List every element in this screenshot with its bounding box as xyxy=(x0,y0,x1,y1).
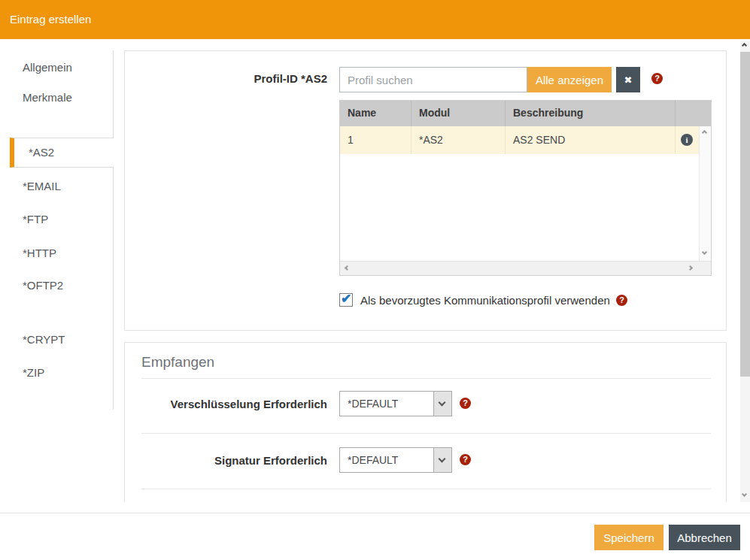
profile-search-input[interactable] xyxy=(339,67,527,92)
field-divider xyxy=(141,433,711,434)
sidebar-item-zip[interactable]: *ZIP xyxy=(0,358,113,388)
profile-panel: Profil-ID *AS2 Alle anzeigen ✖ ? Name Mo… xyxy=(124,50,727,331)
sidebar-item-crypt[interactable]: *CRYPT xyxy=(0,325,113,355)
cell-info: i xyxy=(676,126,699,154)
profile-table: Name Modul Beschreibung 1 *AS2 AS2 SEND … xyxy=(339,100,712,276)
scroll-right-icon[interactable] xyxy=(688,265,693,271)
encryption-required-select[interactable]: *DEFAULT xyxy=(339,391,452,416)
clear-selection-button[interactable]: ✖ xyxy=(616,67,640,92)
cell-beschreibung: AS2 SEND xyxy=(506,126,676,154)
sidebar-item-ftp[interactable]: *FTP xyxy=(0,204,113,235)
dialog-title: Eintrag erstellen xyxy=(10,0,91,39)
encryption-required-value: *DEFAULT xyxy=(348,392,398,416)
save-button[interactable]: Speichern xyxy=(594,525,663,550)
column-header-beschreibung: Beschreibung xyxy=(506,101,676,126)
column-header-info xyxy=(676,101,700,126)
sidebar-divider-bottom xyxy=(113,168,114,410)
select-arrow xyxy=(433,392,451,416)
signature-help-icon[interactable]: ? xyxy=(460,454,471,465)
scrollbar-thumb[interactable] xyxy=(740,52,750,377)
column-header-modul: Modul xyxy=(411,101,506,126)
section-divider xyxy=(141,378,711,379)
sidebar-item-oftp2[interactable]: *OFTP2 xyxy=(0,271,113,301)
signature-required-select[interactable]: *DEFAULT xyxy=(339,447,452,473)
checkmark-icon: ✔ xyxy=(341,291,351,307)
scrollbar-up-icon[interactable] xyxy=(742,43,747,48)
table-row-profile-1[interactable]: 1 *AS2 AS2 SEND i xyxy=(340,126,699,154)
table-empty-area xyxy=(340,154,699,261)
section-title-empfangen: Empfangen xyxy=(141,354,214,371)
signature-required-label: Signatur Erforderlich xyxy=(125,453,327,468)
profile-help-icon[interactable]: ? xyxy=(651,73,663,84)
scrollbar-down-icon[interactable] xyxy=(742,492,747,497)
preferred-profile-checkbox[interactable]: ✔ xyxy=(339,293,353,307)
info-icon[interactable]: i xyxy=(681,134,693,146)
column-header-name: Name xyxy=(340,101,411,126)
chevron-down-icon xyxy=(439,456,446,463)
profile-id-label: Profil-ID *AS2 xyxy=(139,71,327,86)
scroll-left-icon[interactable] xyxy=(345,265,350,271)
cell-name: 1 xyxy=(340,126,411,154)
sidebar-divider-top xyxy=(113,50,114,138)
signature-required-value: *DEFAULT xyxy=(348,448,398,472)
table-horizontal-scrollbar[interactable] xyxy=(340,261,711,275)
profile-table-header: Name Modul Beschreibung xyxy=(340,101,711,126)
sidebar-item-merkmale[interactable]: Merkmale xyxy=(0,83,113,113)
preferred-profile-label: Als bevorzugtes Kommunikationsprofil ver… xyxy=(360,293,610,307)
create-entry-dialog: Eintrag erstellen Allgemein Merkmale *AS… xyxy=(0,0,750,560)
close-icon: ✖ xyxy=(624,74,633,86)
encryption-help-icon[interactable]: ? xyxy=(460,398,471,409)
sidebar-item-allgemein[interactable]: Allgemein xyxy=(0,53,113,83)
page-scrollbar[interactable] xyxy=(740,41,750,502)
sidebar-item-http[interactable]: *HTTP xyxy=(0,238,113,268)
select-arrow xyxy=(433,448,451,472)
field-divider xyxy=(141,489,711,489)
footer-divider xyxy=(0,513,750,513)
preferred-profile-help-icon[interactable]: ? xyxy=(616,295,627,306)
scroll-up-icon[interactable] xyxy=(702,130,707,135)
cell-modul: *AS2 xyxy=(411,126,506,154)
encryption-required-label: Verschlüsselung Erforderlich xyxy=(125,397,327,412)
sidebar-item-as2-active[interactable]: *AS2 xyxy=(10,138,114,168)
empfangen-panel: Empfangen Verschlüsselung Erforderlich *… xyxy=(124,342,727,502)
show-all-button[interactable]: Alle anzeigen xyxy=(527,67,612,92)
table-vertical-scrollbar[interactable] xyxy=(699,126,711,261)
chevron-down-icon xyxy=(439,399,446,407)
cancel-button[interactable]: Abbrechen xyxy=(669,525,740,550)
dialog-titlebar: Eintrag erstellen xyxy=(0,0,750,39)
scroll-down-icon[interactable] xyxy=(702,250,707,255)
sidebar-item-email[interactable]: *EMAIL xyxy=(0,171,113,201)
